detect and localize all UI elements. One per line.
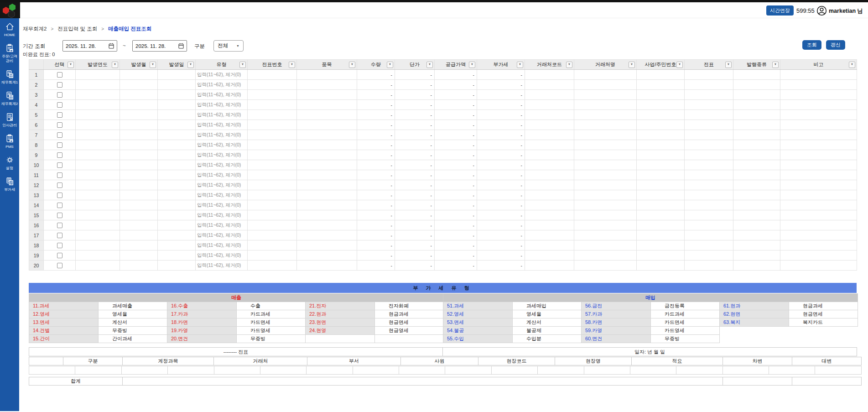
row-checkbox[interactable] xyxy=(57,233,62,238)
vat-code-cell[interactable]: 24.현영 xyxy=(306,327,375,335)
vat-code-cell[interactable]: 62.현면 xyxy=(720,310,789,318)
row-checkbox[interactable] xyxy=(57,112,62,118)
slip-data-cell[interactable] xyxy=(353,366,399,375)
date-to-input[interactable]: 2025. 11. 28. xyxy=(132,40,187,52)
filter-button[interactable]: ▼ xyxy=(725,62,732,68)
slip-data-cell[interactable] xyxy=(769,366,815,375)
slip-data-cell[interactable] xyxy=(399,366,445,375)
app-logo[interactable] xyxy=(0,2,20,18)
vat-code-cell[interactable]: 51.과세 xyxy=(443,302,513,310)
row-checkbox[interactable] xyxy=(57,162,62,168)
vat-code-cell[interactable]: 61.현과 xyxy=(720,302,789,310)
refresh-button[interactable]: 갱신 xyxy=(826,40,845,50)
vat-code-cell[interactable]: 55.수입 xyxy=(443,335,513,343)
row-checkbox[interactable] xyxy=(57,142,62,148)
row-checkbox[interactable] xyxy=(57,102,62,108)
filter-button[interactable]: ▼ xyxy=(112,62,118,68)
slip-data-cell[interactable] xyxy=(214,366,260,375)
vat-code-cell[interactable]: 56.금전 xyxy=(582,302,651,310)
slip-data-cell[interactable] xyxy=(445,366,491,375)
slip-data-cell[interactable] xyxy=(29,366,75,375)
sidebar-item-설정[interactable]: 설정 xyxy=(0,155,19,171)
row-checkbox[interactable] xyxy=(57,92,62,98)
filter-button[interactable]: ▼ xyxy=(676,62,683,68)
filter-button[interactable]: ▼ xyxy=(387,62,393,68)
slip-data-cell[interactable] xyxy=(722,366,769,375)
slip-data-cell[interactable] xyxy=(584,366,630,375)
row-checkbox[interactable] xyxy=(57,172,62,178)
row-checkbox[interactable] xyxy=(57,122,62,128)
vat-code-cell[interactable]: 22.현과 xyxy=(306,310,375,318)
sidebar-item-부가세[interactable]: 부가세 xyxy=(0,177,19,192)
search-button[interactable]: 조회 xyxy=(802,40,821,50)
user-avatar-icon[interactable] xyxy=(816,5,827,16)
filter-button[interactable]: ▼ xyxy=(68,62,74,68)
calendar-icon[interactable] xyxy=(109,43,114,49)
filter-button[interactable]: ▼ xyxy=(566,62,572,68)
vat-code-cell[interactable]: 18.카면 xyxy=(167,318,237,327)
sidebar-item-pms[interactable]: PMS xyxy=(0,134,19,149)
filter-button[interactable]: ▼ xyxy=(239,62,246,68)
filter-button[interactable]: ▼ xyxy=(187,62,194,68)
filter-button[interactable]: ▼ xyxy=(517,62,523,68)
filter-button[interactable]: ▼ xyxy=(469,62,475,68)
row-checkbox[interactable] xyxy=(57,72,62,78)
sidebar-item-재무회계2[interactable]: 재무회계2 xyxy=(0,91,19,106)
row-checkbox[interactable] xyxy=(57,183,62,188)
slip-data-cell[interactable] xyxy=(168,366,214,375)
filter-button[interactable]: ▼ xyxy=(629,62,635,68)
slip-data-cell[interactable] xyxy=(260,366,306,375)
sidebar-item-home[interactable]: HOME xyxy=(0,22,19,37)
calendar-icon[interactable] xyxy=(178,43,184,49)
vat-code-cell[interactable]: 14.건별 xyxy=(29,327,99,335)
filter-button[interactable]: ▼ xyxy=(349,62,355,68)
row-checkbox[interactable] xyxy=(57,152,62,158)
vat-code-cell[interactable]: 59.카영 xyxy=(582,327,651,335)
slip-data-cell[interactable] xyxy=(630,366,676,375)
vat-code-cell[interactable]: 57.카과 xyxy=(582,310,651,318)
row-checkbox[interactable] xyxy=(57,82,62,88)
extend-time-button[interactable]: 시간연장 xyxy=(766,5,794,16)
slip-data-cell[interactable] xyxy=(121,366,167,375)
vat-code-cell[interactable]: 11.과세 xyxy=(29,302,99,310)
row-checkbox[interactable] xyxy=(57,223,62,228)
vat-code-cell[interactable]: 20.면건 xyxy=(167,335,237,343)
filter-button[interactable]: ▼ xyxy=(772,62,779,68)
slip-data-cell[interactable] xyxy=(676,366,722,375)
row-checkbox[interactable] xyxy=(57,263,62,268)
vat-code-cell[interactable]: 63.복지 xyxy=(720,318,789,327)
slip-data-cell[interactable] xyxy=(307,366,353,375)
category-select[interactable]: 전체 ▼ xyxy=(213,40,244,52)
slip-data-cell[interactable] xyxy=(815,366,861,375)
row-checkbox[interactable] xyxy=(57,193,62,198)
breadcrumb-item-menu[interactable]: 전표입력 및 조회 xyxy=(57,26,97,32)
vat-code-cell[interactable]: 19.카영 xyxy=(167,327,237,335)
vat-code-cell[interactable]: 13.면세 xyxy=(29,318,99,327)
row-checkbox[interactable] xyxy=(57,132,62,138)
slip-data-cell[interactable] xyxy=(491,366,537,375)
vat-code-cell[interactable]: 21.전자 xyxy=(306,302,375,310)
row-checkbox[interactable] xyxy=(57,253,62,258)
vat-code-cell[interactable]: 15.간이 xyxy=(29,335,99,343)
breadcrumb-item-module[interactable]: 재무회계2 xyxy=(23,26,47,32)
filter-button[interactable]: ▼ xyxy=(849,62,855,68)
vat-code-cell[interactable]: 17.카과 xyxy=(167,310,237,318)
filter-button[interactable]: ▼ xyxy=(426,62,433,68)
row-checkbox[interactable] xyxy=(57,203,62,208)
slip-data-cell[interactable] xyxy=(75,366,121,375)
row-checkbox[interactable] xyxy=(57,243,62,248)
row-checkbox[interactable] xyxy=(57,213,62,218)
vat-code-cell[interactable]: 16.수출 xyxy=(167,302,237,310)
vat-code-cell[interactable]: 58.카면 xyxy=(582,318,651,327)
filter-button[interactable]: ▼ xyxy=(289,62,295,68)
date-from-input[interactable]: 2025. 11. 28. xyxy=(62,40,117,52)
vat-code-cell[interactable]: 60.면건 xyxy=(582,335,651,343)
sidebar-item-재무회계1[interactable]: 재무회계1 xyxy=(0,69,19,85)
vat-code-cell[interactable]: 53.면세 xyxy=(443,318,513,327)
slip-data-cell[interactable] xyxy=(538,366,584,375)
vat-code-cell[interactable]: 12.영세 xyxy=(29,310,99,318)
sidebar-item-인사관리[interactable]: 인사관리 xyxy=(0,112,19,128)
vat-code-cell[interactable]: 54.불공 xyxy=(443,327,513,335)
filter-button[interactable]: ▼ xyxy=(150,62,156,68)
vat-code-cell[interactable]: 52.영세 xyxy=(443,310,513,318)
